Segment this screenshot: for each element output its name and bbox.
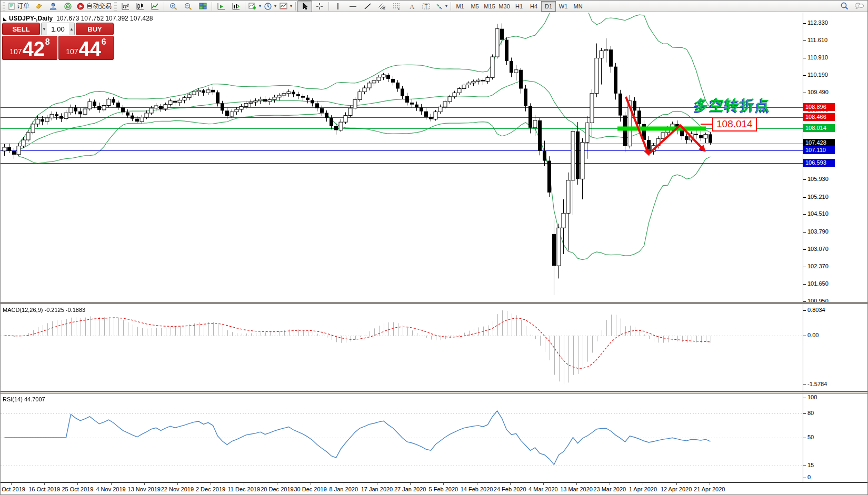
- date-tick: [610, 483, 610, 485]
- date-tick: [477, 483, 477, 485]
- rsi-tick: 0: [807, 474, 811, 480]
- zoom-in-button[interactable]: [166, 1, 181, 12]
- svg-text:E: E: [383, 7, 385, 10]
- timeframe-W1[interactable]: W1: [556, 1, 571, 12]
- price-tick: 103.070: [807, 246, 829, 252]
- bar-chart-icon: [122, 3, 129, 10]
- chart-play-icon: [217, 3, 225, 10]
- timeframe-MN[interactable]: MN: [571, 1, 585, 12]
- timeframe-M15[interactable]: M15: [482, 1, 497, 12]
- price-tag-connector: [701, 124, 712, 125]
- buy-button[interactable]: BUY: [76, 23, 114, 35]
- auto-trading-button[interactable]: 自动交易: [75, 1, 113, 12]
- sell-price-pips: 42: [23, 39, 45, 58]
- strategy-tester-button[interactable]: [61, 1, 75, 12]
- new-chart-button[interactable]: ▾: [247, 1, 263, 12]
- macd-canvas[interactable]: [1, 304, 803, 392]
- svg-text:A: A: [410, 3, 415, 10]
- price-axis: 112.330111.610110.910110.190109.490108.7…: [803, 13, 868, 302]
- radar-icon: [64, 3, 72, 10]
- price-tag-label: 108.014: [712, 117, 757, 132]
- toolbar-grip: [114, 2, 117, 11]
- toolbar-separator: [164, 2, 164, 11]
- sell-price-point: 8: [45, 37, 50, 47]
- date-label: 25 Oct 2019: [62, 486, 93, 492]
- one-click-toggle-icon[interactable]: ◣: [3, 16, 7, 22]
- price-chart-canvas[interactable]: [1, 13, 803, 302]
- buy-price-tile[interactable]: 107 44 6: [58, 36, 114, 60]
- arrows-tool-button[interactable]: ▾: [434, 1, 449, 12]
- indicators-icon: [280, 3, 288, 10]
- date-tick: [576, 483, 577, 485]
- date-tick: [244, 483, 244, 485]
- horizontal-line-tool-button[interactable]: [345, 1, 360, 12]
- timeframe-D1[interactable]: D1: [541, 1, 556, 12]
- timeframe-H1[interactable]: H1: [512, 1, 526, 12]
- text-a-icon: A: [408, 3, 415, 10]
- rsi-canvas[interactable]: [1, 393, 803, 482]
- period-button[interactable]: ▾: [263, 1, 278, 12]
- timeframe-M5[interactable]: M5: [467, 1, 482, 12]
- price-level-tag: 107.428: [803, 139, 835, 147]
- date-label: 21 Apr 2020: [694, 486, 725, 492]
- macd-tick: -1.5784: [807, 381, 827, 387]
- buy-price-pips: 44: [79, 39, 101, 58]
- chart-step-button[interactable]: [228, 1, 243, 12]
- chat-button[interactable]: [852, 1, 866, 12]
- timeframe-M30[interactable]: M30: [497, 1, 512, 12]
- zoom-out-icon: [184, 3, 192, 10]
- price-tick: 110.190: [807, 72, 828, 78]
- main-chart-plot[interactable]: ◣USDJPY-,Daily 107.673 107.752 107.392 1…: [1, 13, 803, 302]
- price-level-tag: 107.110: [803, 146, 835, 154]
- search-button[interactable]: [837, 1, 852, 12]
- cursor-tool-button[interactable]: [297, 1, 312, 12]
- auto-trading-label: 自动交易: [86, 2, 112, 11]
- date-tick: [111, 483, 112, 485]
- price-level-tag: 106.593: [803, 159, 835, 167]
- vertical-line-tool-button[interactable]: [331, 1, 345, 12]
- price-tick: 104.510: [807, 210, 829, 217]
- text-label-tool-button[interactable]: T: [419, 1, 434, 12]
- date-tick: [510, 483, 511, 485]
- indicators-button[interactable]: ▾: [278, 1, 294, 12]
- bar-chart-button[interactable]: [118, 1, 133, 12]
- macd-axis: 0.80340.00-1.5784: [803, 304, 868, 392]
- sell-button[interactable]: SELL: [2, 23, 40, 35]
- text-tool-button[interactable]: A: [404, 1, 419, 12]
- buy-price-point: 6: [102, 37, 106, 47]
- rsi-plot[interactable]: RSI(14) 44.7007: [1, 393, 803, 482]
- sell-price-handle: 107: [9, 47, 22, 56]
- volume-increase-button[interactable]: ▲: [69, 23, 74, 35]
- macd-plot[interactable]: MACD(12,26,9) -0.2125 -0.1883: [1, 304, 803, 392]
- equidistant-channel-tool-button[interactable]: E: [375, 1, 390, 12]
- date-label: 4 Mar 2020: [528, 486, 558, 492]
- market-watch-button[interactable]: [31, 1, 46, 12]
- terminal-button[interactable]: [46, 1, 61, 12]
- sell-price-tile[interactable]: 107 42 8: [2, 36, 57, 60]
- new-order-button[interactable]: 订单: [6, 1, 31, 12]
- candlestick-chart-icon: [136, 3, 144, 10]
- line-chart-button[interactable]: [147, 1, 162, 12]
- macd-tick: 0.8034: [807, 307, 825, 313]
- chart-play-button[interactable]: [214, 1, 228, 12]
- trendline-tool-button[interactable]: [360, 1, 375, 12]
- candlestick-chart-button[interactable]: [133, 1, 147, 12]
- timeframe-M1[interactable]: M1: [453, 1, 467, 12]
- volume-input[interactable]: [47, 25, 69, 34]
- toolbar-separator: [245, 2, 245, 11]
- tile-windows-button[interactable]: [195, 1, 210, 12]
- crosshair-tool-button[interactable]: [312, 1, 327, 12]
- timeframe-H4[interactable]: H4: [526, 1, 541, 12]
- fibonacci-tool-button[interactable]: F: [390, 1, 404, 12]
- tile-windows-icon: [199, 3, 207, 10]
- macd-label: MACD(12,26,9) -0.2125 -0.1883: [3, 307, 85, 313]
- zoom-out-button[interactable]: [181, 1, 195, 12]
- auto-trading-icon: [77, 3, 85, 10]
- volume-decrease-button[interactable]: ▼: [42, 23, 47, 35]
- date-label: 16 Oct 2019: [28, 486, 60, 492]
- price-level-tag: 108.014: [803, 124, 835, 132]
- dropdown-caret: ▾: [274, 4, 276, 8]
- price-tick: 110.910: [807, 54, 828, 60]
- mt4-application-window: 订单 自动交易: [0, 0, 868, 495]
- date-label: 13 Nov 2019: [128, 486, 161, 492]
